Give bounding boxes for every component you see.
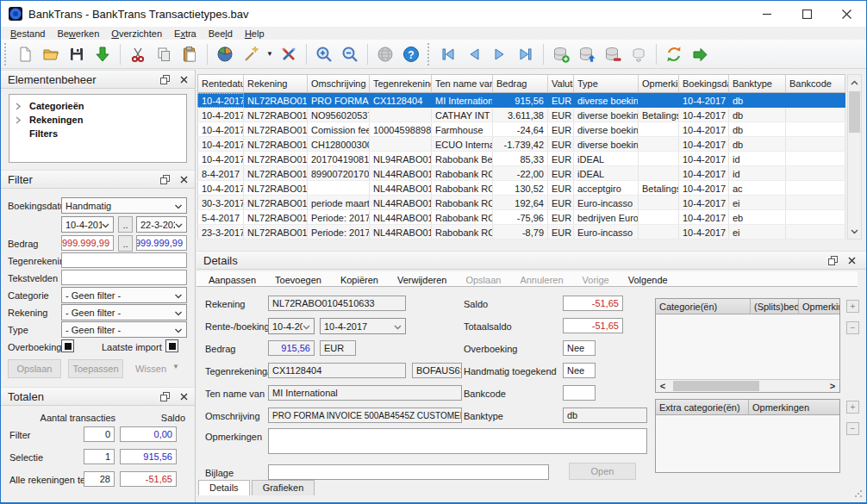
cell-bedrag[interactable]: 915,56 [493,93,548,108]
cell-rekening[interactable]: NL72RABO01045... [244,166,308,181]
cell-type[interactable]: iDEAL [574,166,639,181]
cell-ten-name-van[interactable]: Rabobank RCKV [432,181,493,196]
rentedatum-select[interactable]: 10-4-2017 [268,318,315,334]
cell-bedrag[interactable]: -8,79 [493,225,548,240]
cell-banktype[interactable]: ei [729,225,786,240]
cell-type[interactable]: diverse boekingen [574,108,639,122]
cell-bedrag[interactable]: 192,64 [493,196,548,210]
laatste-import-checkbox[interactable] [165,339,178,352]
cell-type[interactable]: iDEAL [574,152,639,166]
cell-banktype[interactable]: ac [729,181,786,196]
table-row[interactable]: 23-3-2017NL72RABO01045...Periode: 2017-0… [197,225,845,240]
cell-banktype[interactable]: db [729,122,786,137]
categorie-col-header[interactable]: Categorie(ën) [656,299,751,314]
cell-rentedatum[interactable]: 10-4-2017 [197,181,244,196]
action-volgende[interactable]: Volgende [628,275,668,285]
cell-valuta[interactable]: EUR [548,108,574,122]
tree-item-filters[interactable]: Filters [9,127,186,140]
tree-item-categorieën[interactable]: Categorieën [9,99,186,113]
cell-tegenrekening[interactable]: NL44RABO01234... [370,196,432,210]
cell-opmerkingen[interactable] [639,225,679,240]
cell-opmerkingen[interactable] [639,196,679,210]
column-header-bedrag[interactable]: Bedrag [493,74,548,93]
extra-categorie-remove-button[interactable]: − [846,422,859,435]
cell-valuta[interactable]: EUR [548,93,574,108]
bedrag-range-button[interactable]: .. [118,235,133,252]
menu-overzichten[interactable]: Overzichten [105,27,168,40]
cell-rekening[interactable]: NL72RABO01045... [244,108,308,122]
cell-bedrag[interactable]: 3.611,38 [493,108,548,122]
cell-type[interactable]: diverse boekingen [574,137,639,152]
db-remove-icon[interactable] [600,42,626,66]
cell-omschrijving[interactable]: 8990072017091... [308,166,370,181]
save-icon[interactable] [64,42,90,66]
cell-tegenrekening[interactable]: CX1128404 [370,93,432,108]
cell-omschrijving[interactable]: Comission fee Ja... [308,122,370,137]
tree-item-rekeningen[interactable]: Rekeningen [9,113,186,127]
column-header-boekingsdatum[interactable]: Boekingsdatum [679,74,729,93]
toolbar-grip[interactable] [4,43,9,65]
cell-rentedatum[interactable]: 30-3-2017 [197,196,244,210]
chevron-right-icon[interactable] [16,103,24,110]
maximize-button[interactable] [787,1,826,27]
cell-rentedatum[interactable]: 10-4-2017 [197,122,244,137]
scroll-track[interactable] [848,90,861,224]
cell-rekening[interactable]: NL72RABO01045... [244,181,308,196]
cell-tegenrekening[interactable]: NL44RABO01234... [370,166,432,181]
cell-valuta[interactable]: EUR [548,122,574,137]
cell-boekingsdatum[interactable]: 10-4-2017 [679,137,729,152]
cell-rekening[interactable]: NL72RABO01045... [244,210,308,225]
cell-valuta[interactable]: EUR [548,225,574,240]
cell-banktype[interactable]: eb [729,210,786,225]
table-row[interactable]: 10-4-2017NL72RABO01045...PRO FORMA INV..… [197,93,845,108]
close-panel-icon[interactable] [180,176,188,184]
cell-type[interactable]: acceptgiro [574,181,639,196]
action-toevoegen[interactable]: Toevoegen [275,275,321,285]
table-row[interactable]: 10-4-2017NL72RABO01045...CH12800030000..… [197,137,845,152]
cell-opmerkingen[interactable] [639,152,679,166]
cell-bedrag[interactable]: -75,96 [493,210,548,225]
date-range-button[interactable]: .. [118,216,133,233]
bankcode-field[interactable] [563,385,596,401]
opmerkingen2-col-header[interactable]: Opmerkingen [749,400,839,415]
table-row[interactable]: 8-4-2017NL72RABO01045...8990072017091...… [197,166,845,181]
cell-rentedatum[interactable]: 10-4-2017 [197,108,244,122]
close-button[interactable] [826,1,866,27]
cell-omschrijving[interactable] [308,181,370,196]
cell-rentedatum[interactable]: 10-4-2017 [197,137,244,152]
table-row[interactable]: 30-3-2017NL72RABO01045...periode maart 2… [197,196,845,210]
bic-field[interactable]: BOFAUS6SXXX [412,363,462,378]
cell-rentedatum[interactable]: 10-4-2017 [197,152,244,166]
cell-boekingsdatum[interactable]: 10-4-2017 [679,225,729,240]
exit-icon[interactable] [687,42,713,66]
cell-bankcode[interactable] [786,108,845,122]
boekingsdatum-select[interactable]: Handmatig [61,197,187,214]
column-header-tegenrekening[interactable]: Tegenrekening [370,74,432,93]
close-panel-icon[interactable] [180,393,188,401]
rekening-field[interactable]: NL72RABO0104510633 [268,296,406,311]
db-add-icon[interactable] [548,42,574,66]
cell-bankcode[interactable] [786,152,845,166]
tab-details[interactable]: Details [198,480,250,495]
nav-prev-icon[interactable] [461,42,487,66]
paste-icon[interactable] [177,42,203,66]
cell-valuta[interactable]: EUR [548,166,574,181]
overboeking-checkbox[interactable] [61,339,74,352]
date-to-select[interactable]: 22-3-2024 [136,216,187,233]
cell-boekingsdatum[interactable]: 10-4-2017 [679,108,729,122]
cell-opmerkingen[interactable] [639,122,679,137]
cell-tegenrekening[interactable]: 100045988987 [370,122,432,137]
hscroll-thumb[interactable] [673,381,759,391]
rekening-select[interactable]: - Geen filter - [61,304,187,320]
cell-rekening[interactable]: NL72RABO01045... [244,225,308,240]
extra-categorie-col-header[interactable]: Extra categorie(ën) [656,400,749,415]
cell-type[interactable]: Euro-incasso [574,196,639,210]
toolbar-grip[interactable] [427,43,432,65]
cell-tegenrekening[interactable]: NL44RABO01234... [370,210,432,225]
tools-icon[interactable] [276,42,302,66]
cell-rekening[interactable]: NL72RABO01045... [244,152,308,166]
cell-omschrijving[interactable]: Periode: 2017-04... [308,225,370,240]
minimize-button[interactable] [747,1,787,27]
menu-bestand[interactable]: Bestand [4,27,51,40]
boekingsdatum-detail-select[interactable]: 10-4-2017 [320,318,406,334]
